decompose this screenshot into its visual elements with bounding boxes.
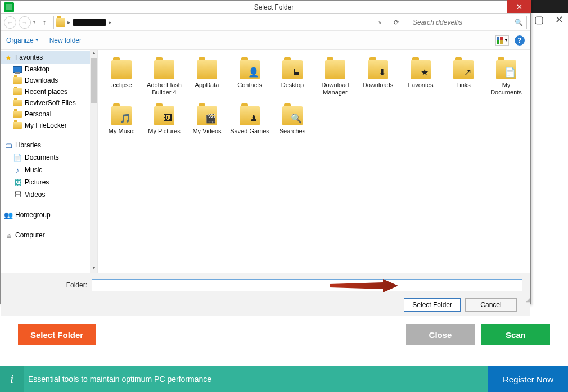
sidebar-item-personal[interactable]: Personal (1, 109, 97, 120)
resize-grip-icon[interactable]: ◢ (526, 296, 529, 303)
close-icon[interactable]: ✕ (555, 13, 564, 26)
homegroup-icon: 👥 (4, 210, 13, 219)
sidebar-item-pictures[interactable]: 🖼Pictures (1, 176, 97, 188)
folder-label: Favorites (408, 82, 433, 89)
folder-item[interactable]: 🎬My Videos (186, 101, 228, 140)
folder-label: Desktop (281, 82, 304, 89)
folder-label: .eclipse (111, 82, 132, 89)
folder-item[interactable]: 📄My Documents (485, 55, 528, 101)
folder-overlay-icon: 👤 (247, 66, 260, 78)
breadcrumb-sep-icon: ▸ (67, 19, 70, 25)
forward-button[interactable]: → (19, 16, 31, 29)
computer-icon: 🖥 (4, 231, 13, 240)
folder-item[interactable]: .eclipse (100, 55, 143, 101)
folder-overlay-icon: 🖼 (162, 112, 174, 124)
folder-overlay-icon: 🎬 (205, 112, 217, 124)
app-select-folder-button[interactable]: Select Folder (18, 324, 96, 345)
folder-label: Saved Games (230, 128, 269, 136)
sidebar-head-homegroup[interactable]: 👥Homegroup (1, 209, 97, 221)
sidebar-head-favorites[interactable]: ★Favorites (1, 51, 97, 64)
maximize-icon[interactable]: ▢ (534, 13, 544, 26)
register-now-button[interactable]: Register Now (488, 366, 568, 392)
folder-label: My Pictures (148, 128, 180, 136)
search-icon: 🔍 (515, 19, 523, 26)
new-folder-button[interactable]: New folder (49, 37, 82, 44)
music-icon: ♪ (13, 165, 22, 174)
sidebar-item-downloads[interactable]: Downloads (1, 75, 97, 86)
sidebar-item-videos[interactable]: 🎞Videos (1, 188, 97, 201)
address-dropdown-icon[interactable]: v (379, 20, 384, 25)
folder-item[interactable]: ⬇Downloads (357, 55, 399, 101)
up-button[interactable]: ↑ (40, 18, 49, 26)
folder-icon (13, 77, 22, 84)
scroll-thumb[interactable] (91, 58, 97, 103)
select-folder-button[interactable]: Select Folder (404, 298, 461, 312)
app-close-button[interactable]: Close (406, 324, 475, 345)
help-button[interactable]: ? (515, 35, 525, 46)
sidebar-head-computer[interactable]: 🖥Computer (1, 229, 97, 241)
folder-item[interactable]: Download Manager (314, 55, 357, 101)
organize-menu[interactable]: Organize▼ (6, 37, 39, 44)
background-window-controls: ▢ ✕ (534, 13, 564, 26)
breadcrumb-item[interactable] (73, 19, 106, 26)
sidebar-item-desktop[interactable]: Desktop (1, 64, 97, 75)
info-icon: i (0, 366, 24, 392)
cancel-button[interactable]: Cancel (465, 298, 517, 312)
folder-item[interactable]: 👤Contacts (228, 55, 271, 101)
folder-item[interactable]: ↗Links (442, 55, 485, 101)
folder-label: Searches (280, 128, 305, 136)
dialog-title: Select Folder (17, 3, 530, 11)
sidebar-scrollbar[interactable]: ▴ ▾ (90, 50, 97, 273)
folder-label: Links (456, 82, 471, 89)
select-folder-dialog: Select Folder ✕ ← → ▾ ↑ ▸ ▸ v ⟳ 🔍 Organi… (0, 0, 531, 304)
folder-label: Downloads (363, 82, 393, 89)
sidebar-item-documents[interactable]: 📄Documents (1, 151, 97, 164)
folder-item[interactable]: 🎵My Music (100, 101, 143, 140)
folder-label: Adobe Flash Builder 4 (144, 82, 184, 96)
scroll-up-icon[interactable]: ▴ (90, 50, 97, 57)
folder-overlay-icon: ♟ (247, 112, 260, 124)
nav-row: ← → ▾ ↑ ▸ ▸ v ⟳ 🔍 (1, 14, 530, 31)
breadcrumb-sep-icon: ▸ (109, 19, 111, 25)
folder-input[interactable] (92, 279, 522, 291)
scroll-down-icon[interactable]: ▾ (90, 265, 97, 273)
folder-item[interactable]: Adobe Flash Builder 4 (143, 55, 186, 101)
folder-item[interactable]: 🔍Searches (271, 101, 314, 140)
promo-message: Essential tools to maintain optimum PC p… (24, 375, 488, 384)
sidebar-item-reviversoft[interactable]: ReviverSoft Files (1, 97, 97, 109)
star-icon: ★ (4, 53, 13, 62)
view-mode-button[interactable]: ▼ (495, 35, 509, 46)
search-input[interactable] (413, 19, 515, 26)
desktop-icon (13, 66, 22, 73)
sidebar-item-recent-places[interactable]: Recent places (1, 86, 97, 97)
folder-label: My Documents (486, 82, 526, 96)
app-button-row: Select Folder Close Scan (18, 324, 550, 345)
folder-item[interactable]: ★Favorites (399, 55, 442, 101)
back-button[interactable]: ← (4, 16, 16, 29)
search-box[interactable]: 🔍 (409, 16, 527, 29)
history-dropdown-icon[interactable]: ▾ (33, 20, 35, 25)
dialog-footer: Folder: Select Folder Cancel (1, 273, 530, 316)
folder-overlay-icon: ↗ (461, 66, 474, 78)
folder-overlay-icon: 🔍 (290, 112, 303, 124)
folder-item[interactable]: AppData (186, 55, 228, 101)
folder-label: My Videos (192, 128, 221, 136)
folder-item[interactable]: 🖼My Pictures (143, 101, 186, 140)
folder-item[interactable]: ♟Saved Games (228, 101, 271, 140)
documents-icon: 📄 (13, 153, 22, 162)
sidebar-item-music[interactable]: ♪Music (1, 164, 97, 176)
sidebar-item-filelocker[interactable]: My FileLocker (1, 120, 97, 131)
folder-icon (56, 18, 65, 27)
folder-item[interactable]: 🖥Desktop (271, 55, 314, 101)
folder-label: Download Manager (315, 82, 355, 96)
sidebar-head-libraries[interactable]: 🗃Libraries (1, 139, 97, 151)
folder-label: AppData (195, 82, 219, 89)
address-bar[interactable]: ▸ ▸ v (53, 16, 386, 29)
refresh-button[interactable]: ⟳ (390, 16, 403, 29)
pictures-icon: 🖼 (13, 178, 22, 187)
folder-content: .eclipseAdobe Flash Builder 4AppData👤Con… (98, 50, 530, 273)
toolbar: Organize▼ New folder ▼ ? (1, 31, 530, 50)
app-scan-button[interactable]: Scan (481, 324, 550, 345)
close-button[interactable]: ✕ (507, 0, 531, 13)
folder-label: Contacts (237, 82, 262, 89)
